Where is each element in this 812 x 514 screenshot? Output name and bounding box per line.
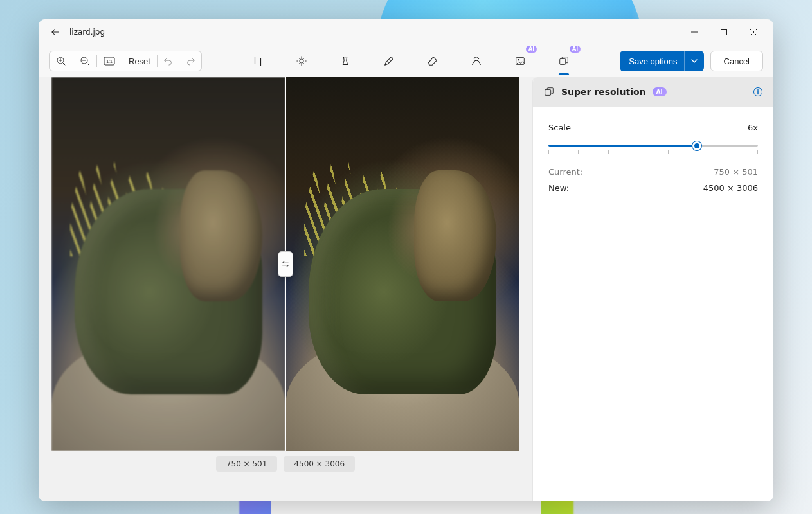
info-button[interactable] <box>753 87 763 97</box>
current-value: 750 × 501 <box>714 167 758 177</box>
zoom-in-button[interactable] <box>50 51 73 71</box>
super-resolution-button[interactable]: AI <box>551 48 577 74</box>
scale-row: Scale 6x <box>548 123 758 132</box>
crop-tool-button[interactable] <box>245 48 271 74</box>
edit-tools: AI AI <box>202 48 620 74</box>
filter-icon <box>339 55 351 67</box>
ai-badge: AI <box>570 46 581 53</box>
minimize-icon <box>691 29 698 35</box>
svg-text:1:1: 1:1 <box>106 59 113 64</box>
save-options-button[interactable]: Save options <box>620 51 703 71</box>
svg-point-7 <box>518 59 519 60</box>
zoom-out-icon <box>80 56 90 66</box>
arrow-left-icon <box>51 28 60 37</box>
fit-icon: 1:1 <box>104 57 115 66</box>
titlebar: lizard.jpg <box>39 19 773 45</box>
panel-title: Super resolution <box>561 87 646 97</box>
adjust-tool-button[interactable] <box>289 48 314 74</box>
close-icon <box>750 29 757 35</box>
image-compare-view[interactable] <box>51 77 519 451</box>
crop-icon <box>252 55 264 67</box>
new-row: New: 4500 × 3006 <box>548 183 758 193</box>
swap-horizontal-icon <box>281 260 290 269</box>
scale-value: 6x <box>748 123 758 132</box>
image-before <box>51 77 285 451</box>
panel-header: Super resolution AI <box>533 77 773 107</box>
generative-erase-button[interactable]: AI <box>507 48 533 74</box>
window-minimize-button[interactable] <box>680 22 709 42</box>
dimension-labels: 750 × 501 4500 × 3006 <box>51 456 519 472</box>
current-label: Current: <box>548 167 582 177</box>
image-after <box>285 77 519 451</box>
scale-slider[interactable] <box>548 139 758 154</box>
after-dimension-label: 4500 × 3006 <box>284 456 355 472</box>
svg-rect-9 <box>545 89 551 95</box>
upscale-icon <box>543 86 555 98</box>
reset-button[interactable]: Reset <box>122 51 157 71</box>
new-label: New: <box>548 183 569 193</box>
erase-tool-button[interactable] <box>420 48 446 74</box>
svg-rect-0 <box>721 30 727 35</box>
ai-badge: AI <box>526 46 537 53</box>
slider-thumb[interactable] <box>692 141 701 150</box>
markup-tool-button[interactable] <box>376 48 402 74</box>
save-options-label: Save options <box>629 57 677 66</box>
zoom-tool-group: 1:1 Reset <box>49 51 202 71</box>
toolbar-actions: Save options Cancel <box>620 51 763 71</box>
image-wrap: 750 × 501 4500 × 3006 <box>51 77 519 472</box>
maximize-icon <box>721 29 727 35</box>
image-sparkle-icon <box>514 55 526 67</box>
zoom-fit-button[interactable]: 1:1 <box>97 51 122 71</box>
redo-button[interactable] <box>179 51 201 71</box>
filter-tool-button[interactable] <box>332 48 358 74</box>
background-blur-icon <box>471 55 482 67</box>
upscale-icon <box>558 55 570 67</box>
brightness-icon <box>296 55 307 67</box>
background-tool-button[interactable] <box>464 48 489 74</box>
eraser-icon <box>427 55 438 67</box>
ai-badge: AI <box>653 87 667 96</box>
window-maximize-button[interactable] <box>709 22 739 42</box>
chevron-down-icon <box>684 51 698 71</box>
window-close-button[interactable] <box>739 22 768 42</box>
before-dimension-label: 750 × 501 <box>216 456 278 472</box>
toolbar: 1:1 Reset <box>39 45 773 77</box>
redo-icon <box>186 57 195 66</box>
content-area: 750 × 501 4500 × 3006 Super resolution A… <box>39 77 773 501</box>
back-button[interactable] <box>44 21 67 44</box>
scale-label: Scale <box>548 123 571 132</box>
current-row: Current: 750 × 501 <box>548 167 758 177</box>
side-panel: Super resolution AI Scale 6x <box>532 77 773 501</box>
svg-point-5 <box>300 59 303 63</box>
undo-button[interactable] <box>158 51 179 71</box>
compare-handle[interactable] <box>278 251 293 277</box>
info-icon <box>753 87 763 97</box>
pencil-icon <box>383 55 395 67</box>
zoom-out-button[interactable] <box>73 51 96 71</box>
app-window: lizard.jpg 1:1 Reset <box>39 19 773 501</box>
zoom-in-icon <box>56 56 66 66</box>
image-editor-area: 750 × 501 4500 × 3006 <box>39 77 532 501</box>
filename-label: lizard.jpg <box>69 28 105 37</box>
new-value: 4500 × 3006 <box>703 183 758 193</box>
slider-ticks <box>548 150 758 154</box>
svg-point-11 <box>757 89 759 91</box>
panel-body: Scale 6x Current: 750 × 501 New: 4500 × … <box>533 107 773 215</box>
svg-rect-8 <box>560 58 566 64</box>
undo-icon <box>164 57 173 66</box>
cancel-button[interactable]: Cancel <box>710 51 763 71</box>
